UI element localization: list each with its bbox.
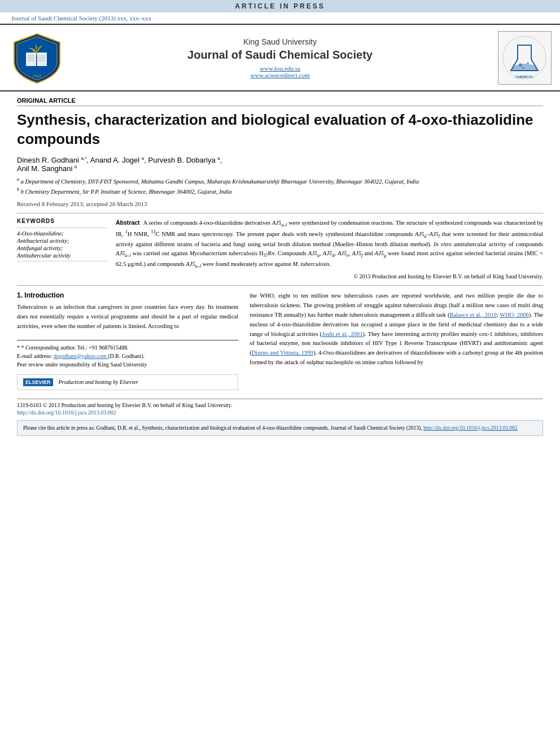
- keywords-divider-bottom: [17, 261, 107, 261]
- intro-title: 1. Introduction: [17, 291, 238, 299]
- svg-point-12: [519, 63, 522, 67]
- ref-diurno[interactable]: Diurno and Vittnsia, 1999: [252, 350, 313, 356]
- bottom-bar: 1319-6103 © 2013 Production and hosting …: [17, 399, 543, 416]
- main-content: ORIGINAL ARTICLE Synthesis, characteriza…: [0, 91, 560, 442]
- article-in-press-banner: ARTICLE IN PRESS: [0, 0, 560, 12]
- svg-text:CHEMICAL: CHEMICAL: [515, 75, 533, 78]
- paper-title: Synthesis, characterization and biologic…: [17, 111, 543, 149]
- abstract-label: Abstract: [116, 219, 143, 226]
- journal-reference: Journal of Saudi Chemical Society (2013)…: [0, 12, 560, 24]
- keywords-title: KEYWORDS: [17, 218, 107, 224]
- bottom-issn: 1319-6103 © 2013 Production and hosting …: [17, 402, 543, 408]
- affiliation-b: b b Chemistry Department, Sir P.P. Insti…: [17, 186, 543, 196]
- citation-doi[interactable]: http://dx.doi.org/10.1016/j.jscs.2013.03…: [423, 425, 518, 431]
- original-article-label: ORIGINAL ARTICLE: [17, 97, 543, 106]
- keyword-2: Antibacterial activity;: [17, 238, 107, 244]
- svg-rect-1: [37, 53, 47, 66]
- svg-text:١٩٥٧: ١٩٥٧: [32, 74, 41, 78]
- footnote-corresponding-text: * Corresponding author. Tel.: +91 968761…: [21, 344, 129, 351]
- intro-left-text: Tuberculosis is an infection that caregi…: [17, 303, 238, 331]
- svg-point-11: [503, 36, 546, 79]
- banner-text: ARTICLE IN PRESS: [235, 2, 325, 10]
- two-column-section: 1. Introduction Tuberculosis is an infec…: [17, 285, 543, 390]
- ref-who[interactable]: WHO, 2006: [500, 312, 529, 318]
- keywords-divider: [17, 228, 107, 228]
- abstract-column: Abstract A series of compounds 4-oxo-thi…: [116, 218, 543, 280]
- journal-header: ١٩٥٧ King Saud University Journal of Sau…: [0, 24, 560, 91]
- authors-line: Dinesh R. Godhani a,*, Anand A. Jogel a,…: [17, 156, 543, 173]
- right-column: the WHO, eight to ten million new tuberc…: [250, 291, 543, 390]
- bottom-doi[interactable]: http://dx.doi.org/10.1016/j.jscs.2013.03…: [17, 409, 543, 416]
- affiliations: a a Department of Chemistry, DST-FIST Sp…: [17, 176, 543, 196]
- keywords-column: KEYWORDS 4-Oxo-thiazolidine; Antibacteri…: [17, 218, 107, 280]
- abstract-keywords-row: KEYWORDS 4-Oxo-thiazolidine; Antibacteri…: [17, 213, 543, 280]
- keyword-1: 4-Oxo-thiazolidine;: [17, 230, 107, 237]
- abstract-text: Abstract A series of compounds 4-oxo-thi…: [116, 218, 543, 270]
- logo-right: CHEMICAL: [489, 31, 552, 85]
- page: ARTICLE IN PRESS Journal of Saudi Chemic…: [0, 0, 560, 747]
- footnote-email[interactable]: drgodhani@yahoo.com: [54, 353, 108, 359]
- journal-link2[interactable]: www.sciencedirect.com: [71, 72, 489, 78]
- left-column: 1. Introduction Tuberculosis is an infec…: [17, 291, 238, 390]
- author-anil: Anil M. Sanghani b: [17, 164, 77, 173]
- journal-links: www.ksu.edu.sa www.sciencedirect.com: [71, 65, 489, 78]
- elsevier-text: Production and hosting by Elsevier: [59, 379, 138, 385]
- keyword-3: Antifungal activity;: [17, 245, 107, 251]
- footnote-email-name: (D.R. Godhani).: [108, 353, 145, 359]
- footnote-box: * * Corresponding author. Tel.: +91 9687…: [17, 340, 238, 369]
- ref-balasco[interactable]: Balasco et al., 2010: [449, 312, 496, 318]
- doi-text[interactable]: http://dx.doi.org/10.1016/j.jscs.2013.03…: [17, 409, 116, 416]
- svg-point-13: [527, 62, 529, 64]
- citation-text: Please cite this article in press as: Go…: [23, 425, 423, 431]
- journal-ref-text: Journal of Saudi Chemical Society (2013)…: [11, 15, 151, 21]
- keyword-4: Antitubercular activity: [17, 252, 107, 259]
- copyright-line: © 2013 Production and hosting by Elsevie…: [116, 273, 543, 279]
- footnote-email-label: E-mail address:: [17, 353, 52, 359]
- chemical-logo: CHEMICAL: [498, 31, 552, 85]
- footnote-email-line: E-mail address: drgodhani@yahoo.com (D.R…: [17, 352, 238, 360]
- intro-right-text: the WHO, eight to ten million new tuberc…: [250, 291, 543, 367]
- journal-center: King Saud University Journal of Saudi Ch…: [71, 37, 489, 78]
- elsevier-logo: ELSEVIER: [23, 378, 53, 386]
- dates: Received 8 February 2013; accepted 26 Ma…: [17, 200, 543, 207]
- footnote-star: *: [17, 344, 21, 351]
- affiliation-a: a a Department of Chemistry, DST-FIST Sp…: [17, 176, 543, 186]
- ksu-logo: ١٩٥٧: [8, 29, 65, 86]
- svg-rect-0: [26, 53, 36, 66]
- author-dinesh: Dinesh R. Godhani a,*, Anand A. Jogel a,…: [17, 156, 222, 164]
- journal-link1[interactable]: www.ksu.edu.sa: [71, 65, 489, 72]
- svg-point-14: [522, 67, 524, 69]
- journal-name: Journal of Saudi Chemical Society: [71, 49, 489, 62]
- logo-left: ١٩٥٧: [8, 29, 71, 86]
- chemical-logo-svg: CHEMICAL: [501, 34, 549, 82]
- ref-joshi[interactable]: Joshi et al., 2001: [322, 331, 362, 337]
- footnote-corresponding: * * Corresponding author. Tel.: +91 9687…: [17, 343, 238, 352]
- citation-box: Please cite this article in press as: Go…: [17, 420, 543, 436]
- elsevier-box: ELSEVIER Production and hosting by Elsev…: [17, 374, 238, 390]
- ksu-logo-svg: ١٩٥٧: [10, 31, 64, 85]
- footnote-peer: Peer review under responsibility of King…: [17, 360, 238, 369]
- university-name: King Saud University: [71, 37, 489, 46]
